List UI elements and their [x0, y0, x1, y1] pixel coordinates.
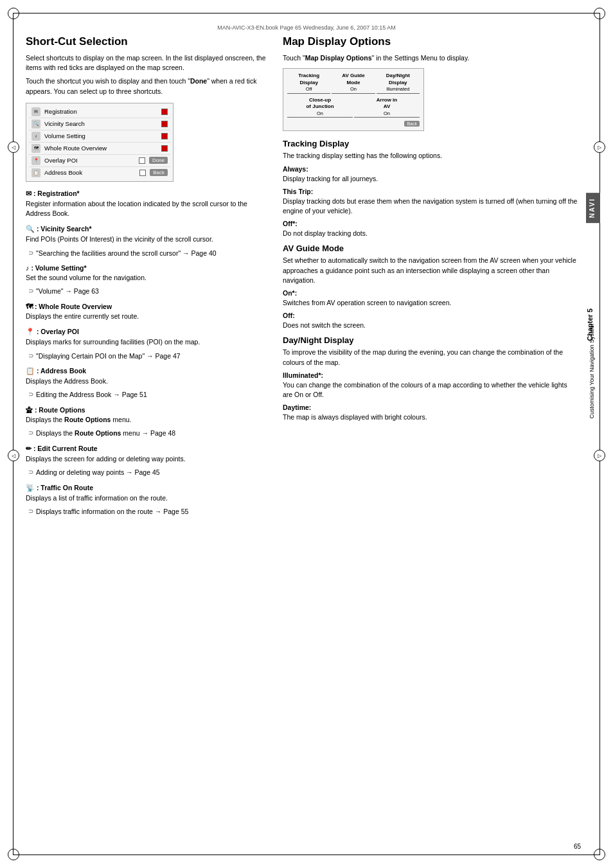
content-area: Short-Cut Selection Select shortcuts to …	[26, 35, 578, 842]
corner-bl	[8, 849, 19, 860]
day-night-intro: To improve the visibility of the map dur…	[283, 348, 578, 367]
two-column-layout: Short-Cut Selection Select shortcuts to …	[26, 35, 578, 518]
map-display-back-btn[interactable]: Back	[404, 121, 420, 127]
right-border	[600, 13, 600, 855]
registration-body: Register information about the location …	[26, 199, 270, 218]
navi-tab: NAVI	[586, 193, 600, 223]
map-display-bottom-grid: Close-upof Junction On Arrow inAV On	[287, 97, 420, 119]
left-section-title: Short-Cut Selection	[26, 35, 270, 48]
routeoptions-heading: 🛣 : Route Options	[26, 406, 270, 414]
wholeroute-icon: 🗺	[31, 144, 40, 153]
side-marker-left-bottom: ◁	[8, 450, 19, 461]
addressbook-ref: ⊃ Editing the Address Book → Page 51	[28, 390, 270, 400]
shortcut-menu-image: ✉ Registration 🔍 Vicinity Search ♪ Volum…	[26, 103, 173, 182]
tracking-section-heading: Tracking Display	[283, 139, 578, 148]
bottom-border	[13, 855, 600, 855]
overlaypoi-ref: ⊃ "Displaying Certain POI on the Map" → …	[28, 351, 270, 361]
menu-row-wholeroute: 🗺 Whole Route Overview	[29, 143, 170, 155]
av-guide-on-body: Switches from AV operation screen to nav…	[283, 298, 578, 308]
corner-tr	[594, 8, 605, 19]
page-number: 65	[574, 843, 581, 850]
back-button[interactable]: Back	[150, 169, 168, 176]
menu-row-registration: ✉ Registration	[29, 106, 170, 118]
editroute-ref: ⊃ Adding or deleting way points → Page 4…	[28, 468, 270, 477]
editroute-heading: ✏ : Edit Current Route	[26, 445, 270, 453]
routeoptions-ref: ⊃ Displays the Route Options menu → Page…	[28, 429, 270, 438]
top-border	[13, 13, 600, 13]
volume-heading: ♪ : Volume Setting*	[26, 264, 270, 272]
tracking-thistrip-label: This Trip:	[283, 188, 578, 195]
addressbook-body: Displays the Address Book.	[26, 376, 270, 386]
intro-text-1: Select shortcuts to display on the map s…	[26, 53, 270, 73]
tracking-cell: TrackingDisplay Off	[287, 73, 330, 94]
wholeroute-heading: 🗺 : Whole Route Overview	[26, 303, 270, 310]
day-night-daytime-label: Daytime:	[283, 403, 578, 411]
closeup-cell: Close-upof Junction On	[287, 97, 353, 119]
day-night-heading: Day/Night Display	[283, 335, 578, 345]
menu-row-addressbook: 📋 Address Book Back	[29, 167, 170, 179]
day-night-daytime-body: The map is always displayed with bright …	[283, 412, 578, 422]
chapter-number: Chapter 5	[586, 308, 600, 341]
routeoptions-body: Displays the Route Options menu.	[26, 415, 270, 425]
av-guide-off-body: Does not switch the screen.	[283, 321, 578, 330]
corner-br	[594, 849, 605, 860]
volume-body: Set the sound volume for the navigation.	[26, 273, 270, 283]
wholeroute-checkbox	[161, 145, 168, 152]
map-display-back: Back	[287, 120, 420, 127]
menu-row-vicinity: 🔍 Vicinity Search	[29, 118, 170, 130]
registration-icon: ✉	[31, 107, 40, 116]
editroute-body: Displays the screen for adding or deleti…	[26, 454, 270, 464]
av-guide-on-label: On*:	[283, 289, 578, 297]
done-button[interactable]: Done	[149, 157, 168, 164]
arrow-av-cell: Arrow inAV On	[354, 97, 420, 119]
map-display-image: TrackingDisplay Off AV GuideMode On Day/…	[283, 68, 424, 131]
overlay-icon: 📍	[31, 156, 40, 165]
addressbook-checkbox	[139, 170, 146, 176]
av-guide-off-label: Off:	[283, 312, 578, 319]
right-section-title: Map Display Options	[283, 35, 578, 48]
registration-checkbox	[161, 109, 168, 115]
vicinity-checkbox	[161, 121, 168, 127]
tracking-thistrip-body: Display tracking dots but erase them whe…	[283, 197, 578, 216]
av-guide-section: AV Guide Mode Set whether to automatical…	[283, 244, 578, 330]
overlay-checkbox	[139, 157, 145, 164]
volume-checkbox	[161, 133, 168, 139]
overlaypoi-heading: 📍 : Overlay POI	[26, 328, 270, 336]
vicinity-heading: 🔍 : Vicinity Search*	[26, 225, 270, 233]
vicinity-icon: 🔍	[31, 120, 40, 128]
overlaypoi-body: Displays marks for surrounding facilitie…	[26, 337, 270, 347]
tracking-off-label: Off*:	[283, 220, 578, 227]
side-marker-left-top: ◁	[8, 141, 19, 153]
menu-row-volume: ♪ Volume Setting	[29, 130, 170, 143]
day-night-section: Day/Night Display To improve the visibil…	[283, 335, 578, 422]
map-display-top-grid: TrackingDisplay Off AV GuideMode On Day/…	[287, 73, 420, 94]
tracking-always-body: Display tracking for all journeys.	[283, 174, 578, 184]
side-marker-right-top: ▷	[594, 141, 605, 153]
intro-text-2: Touch the shortcut you wish to display a…	[26, 76, 270, 96]
volume-icon: ♪	[31, 132, 40, 141]
wholeroute-body: Displays the entire currently set route.	[26, 312, 270, 321]
left-border	[13, 13, 13, 855]
file-info: MAN-AVIC-X3-EN.book Page 65 Wednesday, J…	[217, 24, 396, 31]
left-column: Short-Cut Selection Select shortcuts to …	[26, 35, 270, 518]
tracking-always-label: Always:	[283, 165, 578, 173]
day-night-illuminated-label: Illuminated*:	[283, 371, 578, 379]
addressbook-icon: 📋	[31, 168, 40, 177]
right-column: Map Display Options Touch "Map Display O…	[283, 35, 578, 518]
corner-tl	[8, 8, 19, 19]
tracking-intro: The tracking display setting has the fol…	[283, 151, 578, 161]
av-guide-cell: AV GuideMode On	[332, 73, 375, 94]
side-marker-right-bottom: ▷	[594, 450, 605, 461]
av-guide-heading: AV Guide Mode	[283, 244, 578, 253]
vicinity-ref: ⊃ "Searching the facilities around the s…	[28, 249, 270, 258]
traffic-ref: ⊃ Displays traffic information on the ro…	[28, 507, 270, 517]
vicinity-body: Find POIs (Points Of Interest) in the vi…	[26, 235, 270, 244]
addressbook-heading: 📋 : Address Book	[26, 367, 270, 375]
traffic-heading: 📡 : Traffic On Route	[26, 484, 270, 492]
menu-row-overlay: 📍 Overlay POI Done	[29, 155, 170, 167]
page-container: ◁ ◁ ▷ ▷ MAN-AVIC-X3-EN.book Page 65 Wedn…	[0, 0, 613, 868]
day-night-cell: Day/NightDisplay Illuminated	[377, 73, 420, 94]
traffic-body: Displays a list of traffic information o…	[26, 493, 270, 503]
right-intro: Touch "Map Display Options" in the Setti…	[283, 53, 578, 63]
day-night-illuminated-body: You can change the combination of the co…	[283, 380, 578, 400]
